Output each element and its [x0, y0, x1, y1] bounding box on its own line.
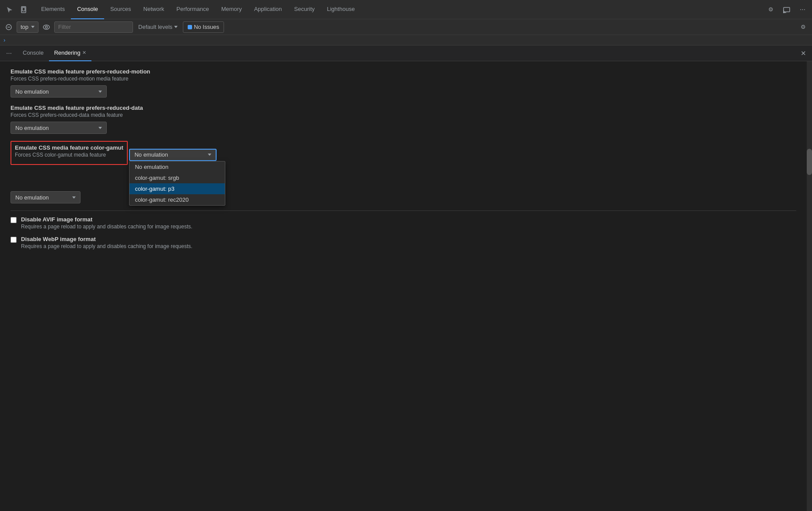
console-settings-icon[interactable]: ⚙ [798, 22, 808, 32]
prefers-reduced-data-desc: Forces CSS prefers-reduced-data media fe… [10, 112, 796, 118]
cast-icon[interactable] [780, 4, 793, 16]
tab-memory[interactable]: Memory [215, 0, 248, 19]
filter-input[interactable] [54, 21, 133, 33]
default-levels-button[interactable]: Default levels [136, 23, 180, 31]
option-rec2020[interactable]: color-gamut: rec2020 [130, 194, 225, 205]
avif-checkbox[interactable] [10, 217, 17, 223]
arrow-icon[interactable]: › [4, 37, 5, 43]
color-gamut-dropdown-container: No emulation No emulation color-gamut: s… [129, 149, 217, 161]
color-gamut-chevron-icon [208, 154, 211, 156]
default-levels-label: Default levels [138, 24, 172, 30]
devtools-icons [4, 4, 30, 16]
prefers-reduced-motion-desc: Forces CSS prefers-reduced-motion media … [10, 76, 796, 82]
after-color-gamut-select[interactable]: No emulation [10, 191, 80, 203]
scroll-thumb[interactable] [807, 149, 812, 175]
nav-tabs: Elements Console Sources Network Perform… [35, 0, 765, 19]
context-value: top [21, 24, 28, 30]
scroll-track [807, 61, 812, 511]
tab-rendering-panel[interactable]: Rendering ✕ [49, 46, 91, 61]
console-panel-label: Console [23, 49, 44, 56]
tab-elements[interactable]: Elements [35, 0, 71, 19]
top-nav: Elements Console Sources Network Perform… [0, 0, 812, 19]
color-gamut-label: Emulate CSS media feature color-gamut [15, 144, 123, 151]
no-issues-button[interactable]: No Issues [183, 21, 224, 33]
eye-icon[interactable] [41, 22, 52, 32]
svg-point-7 [46, 26, 48, 28]
no-issues-label: No Issues [194, 24, 219, 30]
webp-label: Disable WebP image format [21, 236, 192, 242]
arrow-row: › [0, 35, 812, 46]
divider [10, 210, 796, 211]
prefers-reduced-data-select[interactable]: No emulation [10, 122, 107, 134]
color-gamut-desc: Forces CSS color-gamut media feature [15, 152, 123, 158]
select-chevron-icon-2 [98, 127, 102, 129]
avif-label: Disable AVIF image format [21, 216, 192, 223]
prefers-reduced-data-label: Emulate CSS media feature prefers-reduce… [10, 105, 796, 111]
option-no-emulation[interactable]: No emulation [130, 161, 225, 172]
checkbox-disable-webp: Disable WebP image format Requires a pag… [10, 236, 796, 249]
tab-console[interactable]: Console [71, 0, 104, 19]
color-gamut-value: No emulation [134, 151, 168, 158]
webp-content: Disable WebP image format Requires a pag… [21, 236, 192, 249]
tab-lighthouse[interactable]: Lighthouse [321, 0, 361, 19]
console-toolbar: top Default levels No Issues ⚙ [0, 19, 812, 35]
tab-console-panel[interactable]: Console [18, 46, 49, 61]
panel-tabs: ⋯ Console Rendering ✕ ✕ [0, 46, 812, 61]
webp-desc: Requires a page reload to apply and disa… [21, 243, 192, 249]
tab-security[interactable]: Security [288, 0, 321, 19]
setting-after-color-gamut: No emulation [10, 191, 796, 203]
prefers-reduced-motion-label: Emulate CSS media feature prefers-reduce… [10, 68, 796, 75]
context-selector[interactable]: top [17, 21, 38, 33]
after-chevron-icon [72, 196, 76, 199]
tab-application[interactable]: Application [248, 0, 288, 19]
setting-prefers-reduced-data: Emulate CSS media feature prefers-reduce… [10, 105, 796, 134]
svg-rect-2 [784, 7, 790, 12]
close-rendering-tab-icon[interactable]: ✕ [82, 50, 86, 56]
cursor-icon[interactable] [4, 4, 16, 16]
setting-color-gamut: Emulate CSS media feature color-gamut Fo… [10, 141, 796, 165]
color-gamut-highlight-box: Emulate CSS media feature color-gamut Fo… [10, 141, 128, 165]
color-gamut-dropdown: No emulation color-gamut: srgb color-gam… [129, 161, 225, 206]
rendering-content: Emulate CSS media feature prefers-reduce… [0, 61, 812, 262]
option-srgb[interactable]: color-gamut: srgb [130, 172, 225, 183]
checkbox-disable-avif: Disable AVIF image format Requires a pag… [10, 216, 796, 230]
levels-chevron-icon [174, 26, 178, 28]
rendering-panel-label: Rendering [54, 49, 80, 56]
select-chevron-icon [98, 91, 102, 93]
close-panel-icon[interactable]: ✕ [798, 48, 808, 59]
chevron-down-icon [31, 26, 35, 28]
prefers-reduced-data-value: No emulation [15, 125, 49, 131]
rendering-panel: Emulate CSS media feature prefers-reduce… [0, 61, 812, 511]
tab-network[interactable]: Network [137, 0, 171, 19]
more-icon[interactable]: ⋯ [796, 4, 808, 16]
tab-sources[interactable]: Sources [104, 0, 137, 19]
tab-performance[interactable]: Performance [170, 0, 215, 19]
svg-rect-1 [22, 7, 25, 11]
avif-desc: Requires a page reload to apply and disa… [21, 224, 192, 230]
issues-dot-icon [188, 25, 192, 29]
nav-right: ⚙ ⋯ [765, 4, 808, 16]
device-icon[interactable] [18, 4, 30, 16]
svg-point-3 [783, 12, 784, 13]
prefers-reduced-motion-value: No emulation [15, 88, 49, 95]
settings-icon[interactable]: ⚙ [765, 4, 777, 16]
option-p3[interactable]: color-gamut: p3 [130, 183, 225, 194]
color-gamut-select[interactable]: No emulation [129, 149, 217, 161]
svg-point-6 [43, 25, 49, 29]
stop-icon[interactable] [4, 22, 14, 32]
webp-checkbox[interactable] [10, 237, 17, 243]
after-color-gamut-value: No emulation [15, 194, 49, 201]
setting-prefers-reduced-motion: Emulate CSS media feature prefers-reduce… [10, 68, 796, 98]
prefers-reduced-motion-select[interactable]: No emulation [10, 85, 107, 98]
panel-tab-more-icon[interactable]: ⋯ [4, 48, 14, 59]
avif-content: Disable AVIF image format Requires a pag… [21, 216, 192, 230]
